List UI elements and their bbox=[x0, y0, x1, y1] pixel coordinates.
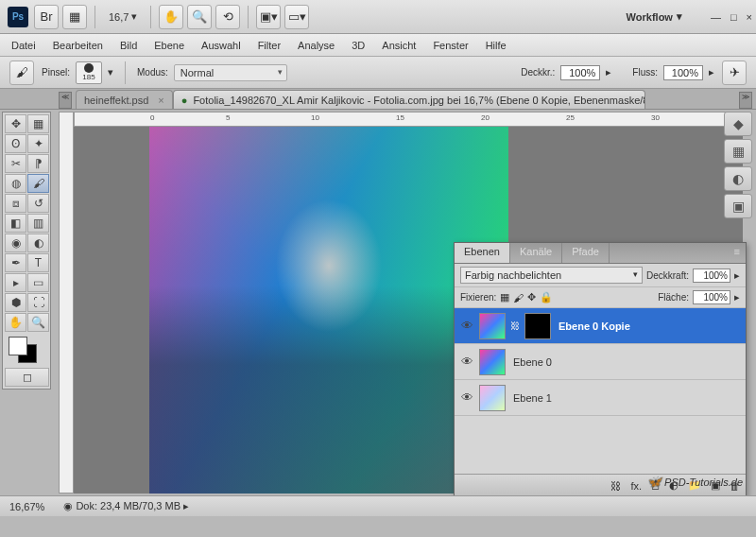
menu-help[interactable]: Hilfe bbox=[486, 40, 507, 51]
menu-bar: Datei Bearbeiten Bild Ebene Auswahl Filt… bbox=[0, 34, 756, 57]
eraser-tool[interactable]: ◧ bbox=[5, 214, 26, 233]
status-doc-info[interactable]: ◉ Dok: 23,4 MB/70,3 MB ▸ bbox=[63, 500, 189, 512]
menu-3d[interactable]: 3D bbox=[352, 40, 365, 51]
brush-tool[interactable]: 🖌 bbox=[27, 174, 49, 193]
visibility-toggle-icon[interactable]: 👁 bbox=[458, 354, 475, 371]
panel-menu-icon[interactable]: ≡ bbox=[729, 243, 746, 263]
arrange-button[interactable]: ▣▾ bbox=[256, 5, 281, 29]
zoom-level-selector[interactable]: 16,7 ▾ bbox=[109, 10, 137, 23]
fill-slider-icon[interactable]: ▸ bbox=[734, 291, 740, 303]
menu-file[interactable]: Datei bbox=[11, 40, 36, 51]
airbrush-button[interactable]: ✈ bbox=[722, 61, 747, 85]
lock-position-icon[interactable]: ✥ bbox=[527, 291, 536, 303]
screen-mode-button[interactable]: ▭▾ bbox=[284, 5, 309, 29]
flow-input[interactable] bbox=[663, 65, 703, 80]
zoom-tool[interactable]: 🔍 bbox=[27, 313, 49, 332]
tab-channels[interactable]: Kanäle bbox=[510, 243, 562, 263]
tool-options-bar: 🖌 Pinsel: 185 ▾ Modus: Normal Deckkr.: ▸… bbox=[0, 57, 756, 89]
move-tool[interactable]: ✥ bbox=[5, 114, 26, 133]
app-icon[interactable]: Ps bbox=[8, 7, 28, 27]
color-swatches[interactable] bbox=[5, 335, 49, 367]
3d-tool[interactable]: ⬢ bbox=[5, 293, 26, 312]
menu-window[interactable]: Fenster bbox=[433, 40, 468, 51]
menu-view[interactable]: Ansicht bbox=[382, 40, 416, 51]
panel-icon-layers[interactable]: ▣ bbox=[724, 194, 752, 218]
crop-tool[interactable]: ✂ bbox=[5, 154, 26, 173]
layer-name[interactable]: Ebene 0 bbox=[513, 356, 552, 368]
lock-transparency-icon[interactable]: ▦ bbox=[500, 291, 509, 303]
minimize-button[interactable]: — bbox=[711, 11, 721, 23]
tab-scroll-right[interactable]: ≫ bbox=[739, 92, 752, 109]
type-tool[interactable]: T bbox=[27, 253, 49, 272]
quickmask-button[interactable]: ◻ bbox=[5, 368, 49, 387]
menu-analysis[interactable]: Analyse bbox=[298, 40, 335, 51]
link-layers-icon[interactable]: ⛓ bbox=[610, 480, 621, 492]
menu-select[interactable]: Auswahl bbox=[201, 40, 241, 51]
layer-thumbnail[interactable] bbox=[479, 349, 506, 375]
stamp-tool[interactable]: ⧈ bbox=[5, 194, 26, 213]
lasso-tool[interactable]: ʘ bbox=[5, 134, 26, 153]
layer-name[interactable]: Ebene 0 Kopie bbox=[558, 320, 630, 332]
history-brush-tool[interactable]: ↺ bbox=[27, 194, 49, 213]
status-zoom[interactable]: 16,67% bbox=[9, 501, 44, 512]
close-tab-icon[interactable]: × bbox=[158, 95, 163, 106]
hand-tool-button[interactable]: ✋ bbox=[159, 5, 183, 29]
shape-tool[interactable]: ▭ bbox=[27, 273, 49, 292]
visibility-toggle-icon[interactable]: 👁 bbox=[458, 390, 475, 407]
menu-layer[interactable]: Ebene bbox=[154, 40, 184, 51]
blend-mode-select[interactable]: Normal bbox=[174, 64, 287, 81]
zoom-tool-button[interactable]: 🔍 bbox=[187, 5, 212, 29]
wand-tool[interactable]: ✦ bbox=[27, 134, 49, 153]
tool-preset-button[interactable]: 🖌 bbox=[9, 61, 34, 85]
layer-fill-input[interactable] bbox=[693, 290, 730, 304]
tab-paths[interactable]: Pfade bbox=[562, 243, 610, 263]
flow-label: Fluss: bbox=[632, 67, 658, 78]
dodge-tool[interactable]: ◐ bbox=[27, 234, 49, 252]
panel-icon-color[interactable]: ◆ bbox=[724, 112, 752, 136]
menu-edit[interactable]: Bearbeiten bbox=[53, 40, 103, 51]
heal-tool[interactable]: ◍ bbox=[5, 174, 26, 193]
tab-layers[interactable]: Ebenen bbox=[455, 243, 510, 263]
layer-row[interactable]: 👁 Ebene 0 bbox=[455, 344, 746, 380]
document-tab[interactable]: heineffekt.psd× bbox=[76, 90, 173, 109]
mask-link-icon[interactable]: ⛓ bbox=[509, 320, 521, 331]
brush-picker[interactable]: 185 bbox=[76, 61, 102, 84]
foreground-color[interactable] bbox=[9, 337, 27, 355]
close-button[interactable]: × bbox=[747, 11, 752, 23]
workspace-selector[interactable]: Workflow ▾ bbox=[617, 7, 692, 26]
opacity-input[interactable] bbox=[560, 65, 600, 80]
layer-row[interactable]: 👁 ⛓ Ebene 0 Kopie bbox=[455, 308, 746, 344]
document-tab-active[interactable]: ●Fotolia_14982670_XL Amir Kaljikovic - F… bbox=[173, 90, 645, 109]
launch-button[interactable]: ▦ bbox=[62, 5, 87, 29]
menu-filter[interactable]: Filter bbox=[258, 40, 281, 51]
tab-scroll-left[interactable]: ≪ bbox=[59, 92, 72, 109]
rotate-view-button[interactable]: ⟲ bbox=[215, 5, 240, 29]
layer-thumbnail[interactable] bbox=[479, 313, 506, 339]
marquee-tool[interactable]: ▦ bbox=[27, 114, 49, 133]
lock-pixels-icon[interactable]: 🖌 bbox=[513, 292, 524, 303]
layer-style-icon[interactable]: fx. bbox=[630, 480, 642, 492]
layer-thumbnail[interactable] bbox=[479, 385, 506, 411]
panel-icon-adjustments[interactable]: ◐ bbox=[724, 166, 752, 191]
eyedropper-tool[interactable]: ⁋ bbox=[27, 154, 49, 173]
opacity-slider-icon[interactable]: ▸ bbox=[734, 269, 740, 282]
blur-tool[interactable]: ◉ bbox=[5, 234, 26, 252]
opacity-flyout-icon[interactable]: ▸ bbox=[606, 66, 611, 78]
layer-name[interactable]: Ebene 1 bbox=[513, 392, 552, 404]
bridge-button[interactable]: Br bbox=[34, 5, 59, 29]
restore-button[interactable]: □ bbox=[730, 11, 737, 23]
hand-tool[interactable]: ✋ bbox=[5, 313, 26, 332]
3d-cam-tool[interactable]: ⛶ bbox=[27, 293, 49, 312]
menu-image[interactable]: Bild bbox=[120, 40, 137, 51]
gradient-tool[interactable]: ▥ bbox=[27, 214, 49, 233]
visibility-toggle-icon[interactable]: 👁 bbox=[458, 318, 475, 335]
layer-blend-mode-select[interactable]: Farbig nachbelichten bbox=[460, 267, 643, 284]
flow-flyout-icon[interactable]: ▸ bbox=[709, 66, 714, 78]
layer-opacity-input[interactable] bbox=[693, 268, 730, 283]
path-select-tool[interactable]: ▸ bbox=[5, 273, 26, 292]
layer-row[interactable]: 👁 Ebene 1 bbox=[455, 380, 746, 416]
mask-thumbnail[interactable] bbox=[524, 313, 551, 339]
lock-all-icon[interactable]: 🔒 bbox=[540, 291, 553, 303]
pen-tool[interactable]: ✒ bbox=[5, 253, 26, 272]
panel-icon-swatches[interactable]: ▦ bbox=[724, 139, 752, 164]
